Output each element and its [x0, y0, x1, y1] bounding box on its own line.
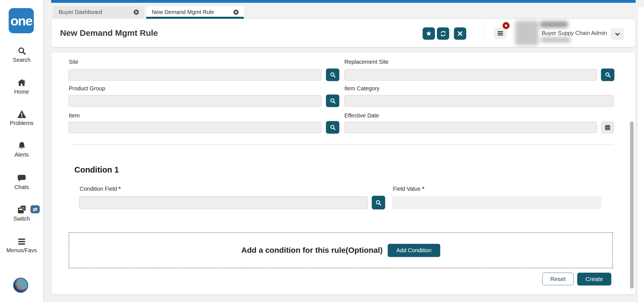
badge-star-icon: [504, 23, 508, 28]
swap-arrows-icon: ⇄: [33, 206, 37, 213]
search-icon: [330, 98, 336, 104]
item-label: Item: [69, 112, 80, 119]
sidebar-avatar[interactable]: [13, 278, 28, 293]
refresh-button[interactable]: [437, 27, 449, 40]
add-condition-prompt: Add a condition for this rule(Optional): [241, 246, 383, 255]
tab-new-demand-mgmt-rule[interactable]: New Demand Mgmt Rule: [146, 6, 244, 18]
user-menu-dropdown-button[interactable]: [611, 28, 624, 40]
form-panel: Site Replacement Site Product Group Ite: [51, 52, 635, 294]
effective-date-input[interactable]: [344, 122, 597, 133]
item-category-label: Item Category: [344, 85, 380, 92]
user-org-blurred: [541, 37, 571, 42]
sidebar-item-label: Problems: [0, 120, 43, 126]
sidebar-item-label: Search: [0, 57, 43, 63]
page-header: New Demand Mgmt Rule: [51, 19, 635, 47]
user-name-blurred: [540, 21, 568, 28]
form-scrollbar-thumb[interactable]: [630, 121, 634, 289]
favorites-notification-badge[interactable]: [502, 22, 510, 30]
required-marker: *: [422, 186, 424, 192]
search-icon: [375, 199, 382, 206]
product-group-input[interactable]: [68, 95, 321, 107]
calendar-icon: [604, 124, 611, 131]
tab-label: New Demand Mgmt Rule: [152, 9, 214, 15]
field-value-label: Field Value *: [393, 186, 424, 192]
sidebar-item-problems[interactable]: Problems: [0, 110, 43, 126]
item-search-button[interactable]: [326, 121, 339, 134]
sidebar-item-chats[interactable]: Chats: [0, 174, 43, 190]
switch-swap-badge[interactable]: ⇄: [30, 205, 40, 213]
refresh-icon: [440, 30, 447, 37]
field-value-input[interactable]: [392, 196, 601, 209]
sidebar-item-alerts[interactable]: Alerts: [0, 141, 43, 158]
replacement-site-label: Replacement Site: [344, 59, 389, 65]
add-condition-button[interactable]: Add Condition: [388, 244, 440, 257]
active-tab-underline: [146, 17, 244, 19]
close-page-button[interactable]: [454, 27, 466, 40]
menu-icon: [17, 237, 26, 246]
hamburger-icon: [497, 30, 504, 37]
sidebar-item-home[interactable]: Home: [0, 78, 43, 95]
site-input[interactable]: [68, 69, 321, 81]
top-accent-bar: [51, 0, 636, 3]
search-icon: [330, 72, 336, 78]
sidebar-item-menus-favs[interactable]: Menus/Favs: [0, 237, 43, 254]
create-button[interactable]: Create: [577, 273, 611, 286]
site-label: Site: [69, 59, 78, 65]
application-root: one Search Home Problems: [0, 0, 644, 302]
reset-button[interactable]: Reset: [542, 273, 574, 285]
product-group-label: Product Group: [69, 85, 105, 92]
condition-field-input[interactable]: [79, 196, 368, 209]
search-icon: [605, 72, 611, 78]
user-avatar-blurred[interactable]: [515, 21, 539, 45]
chevron-down-icon: [614, 31, 621, 37]
add-condition-zone: Add a condition for this rule(Optional) …: [68, 232, 613, 268]
warning-icon: [17, 110, 27, 119]
sidebar-item-search[interactable]: Search: [0, 46, 43, 63]
chat-icon: [17, 174, 26, 183]
tab-buyer-dashboard[interactable]: Buyer Dashboard: [53, 6, 144, 18]
sidebar-item-label: Alerts: [0, 152, 43, 158]
one-logo[interactable]: one: [9, 8, 34, 33]
site-search-button[interactable]: [326, 69, 339, 81]
search-icon: [17, 46, 26, 55]
condition-field-label: Condition Field *: [80, 186, 121, 192]
sidebar-item-label: Switch: [0, 216, 43, 222]
bell-icon: [17, 141, 26, 150]
page-title: New Demand Mgmt Rule: [60, 28, 158, 38]
page-scrollbar[interactable]: [638, 7, 644, 302]
replacement-site-search-button[interactable]: [601, 69, 614, 81]
item-input[interactable]: [68, 122, 321, 133]
tab-close-icon[interactable]: [233, 9, 239, 15]
required-marker: *: [119, 186, 121, 192]
sidebar: one Search Home Problems: [0, 0, 43, 302]
effective-date-calendar-button[interactable]: [601, 121, 614, 134]
product-group-search-button[interactable]: [326, 95, 339, 107]
condition-heading: Condition 1: [74, 165, 119, 174]
favorite-button[interactable]: [423, 27, 435, 40]
user-role-label: Buyer Suppy Chain Admin: [542, 30, 607, 36]
section-divider: [71, 145, 614, 145]
item-category-input[interactable]: [344, 95, 614, 107]
condition-field-search-button[interactable]: [372, 196, 385, 209]
header-divider: [484, 23, 484, 43]
switch-icon: [17, 205, 27, 214]
sidebar-item-label: Menus/Favs: [0, 247, 43, 254]
tab-close-icon[interactable]: [133, 9, 139, 15]
replacement-site-input[interactable]: [344, 69, 597, 81]
close-icon: [457, 30, 463, 37]
sidebar-item-label: Home: [0, 89, 43, 95]
home-icon: [17, 78, 26, 87]
effective-date-label: Effective Date: [344, 112, 379, 119]
star-icon: [425, 30, 432, 37]
tab-label: Buyer Dashboard: [59, 9, 102, 15]
search-icon: [330, 124, 336, 131]
sidebar-item-label: Chats: [0, 184, 43, 190]
